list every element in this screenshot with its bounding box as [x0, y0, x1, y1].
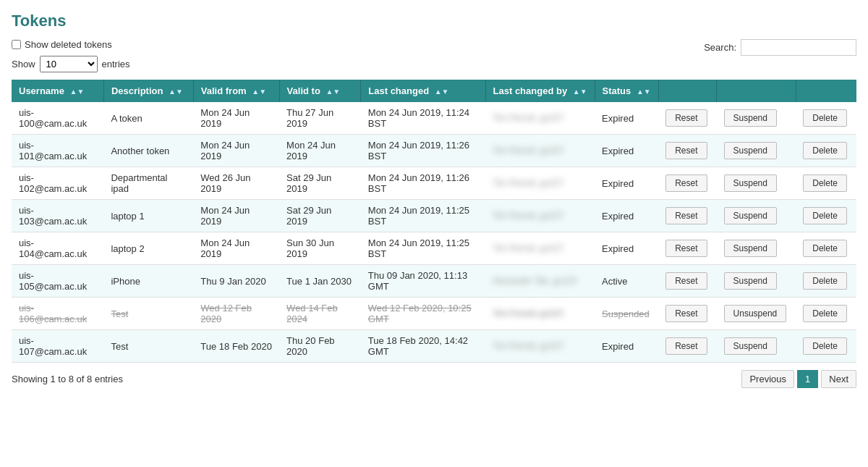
- action-btn-delete[interactable]: Delete: [803, 305, 847, 322]
- next-button[interactable]: Next: [821, 370, 856, 388]
- cell-description: Departmental ipad: [103, 167, 193, 200]
- cell-valid-from: Mon 24 Jun 2019: [193, 232, 279, 265]
- cell-status: Active: [595, 265, 658, 298]
- action-btn-reset[interactable]: Reset: [665, 240, 707, 257]
- action-btn-reset[interactable]: Reset: [665, 337, 707, 355]
- cell-status: Expired: [595, 200, 658, 232]
- cell-description: Test: [103, 298, 193, 330]
- sort-icon-status: ▲▼: [637, 88, 651, 96]
- showing-entries: Showing 1 to 8 of 8 entries: [12, 374, 123, 384]
- show-label: Show: [12, 59, 35, 70]
- action-cell: Reset: [658, 330, 716, 363]
- action-btn-delete[interactable]: Delete: [803, 240, 847, 257]
- cell-description: Another token: [103, 135, 193, 167]
- cell-last-changed: Mon 24 Jun 2019, 11:25 BST: [361, 232, 485, 265]
- cell-valid-to: Mon 24 Jun 2019: [279, 135, 361, 167]
- action-btn-reset[interactable]: Reset: [665, 174, 707, 192]
- cell-username: uis-105@cam.ac.uk: [12, 265, 103, 298]
- action-btn-unsuspend[interactable]: Unsuspend: [724, 305, 787, 322]
- action-btn-reset[interactable]: Reset: [665, 207, 707, 224]
- action-btn-reset[interactable]: Reset: [665, 305, 707, 322]
- col-action3: [796, 80, 856, 102]
- cell-status: Suspended: [595, 298, 658, 330]
- action-btn-suspend[interactable]: Suspend: [724, 207, 777, 224]
- sort-icon-description: ▲▼: [169, 88, 183, 96]
- action-cell: Delete: [796, 330, 856, 363]
- sort-icon-username: ▲▼: [69, 88, 84, 96]
- show-deleted-checkbox-label[interactable]: Show deleted tokens: [12, 39, 112, 50]
- cell-description: laptop 1: [103, 200, 193, 232]
- table-row: uis-107@cam.ac.ukTestTue 18 Feb 2020Thu …: [12, 330, 856, 363]
- cell-username: uis-102@cam.ac.uk: [12, 167, 103, 200]
- action-cell: Reset: [658, 265, 716, 298]
- cell-last-changed: Tue 18 Feb 2020, 14:42 GMT: [361, 330, 485, 363]
- cell-status: Expired: [595, 102, 658, 135]
- cell-status: Expired: [595, 167, 658, 200]
- action-btn-reset[interactable]: Reset: [665, 142, 707, 159]
- previous-button[interactable]: Previous: [741, 370, 794, 388]
- cell-username: uis-104@cam.ac.uk: [12, 232, 103, 265]
- action-cell: Suspend: [717, 135, 796, 167]
- cell-last-changed: Mon 24 Jun 2019, 11:25 BST: [361, 200, 485, 232]
- cell-valid-to: Sat 29 Jun 2019: [279, 167, 361, 200]
- cell-last-changed-by: Tim Perrott, gv227: [485, 298, 595, 330]
- action-btn-suspend[interactable]: Suspend: [724, 337, 777, 355]
- cell-valid-from: Mon 24 Jun 2019: [193, 200, 279, 232]
- action-btn-delete[interactable]: Delete: [803, 272, 847, 290]
- sort-icon-last-changed-by: ▲▼: [573, 88, 587, 96]
- show-deleted-checkbox[interactable]: [12, 40, 21, 49]
- col-status[interactable]: Status ▲▼: [595, 80, 658, 102]
- action-btn-suspend[interactable]: Suspend: [724, 142, 777, 159]
- table-row: uis-103@cam.ac.uklaptop 1Mon 24 Jun 2019…: [12, 200, 856, 232]
- current-page: 1: [797, 370, 818, 388]
- action-cell: Suspend: [717, 200, 796, 232]
- col-valid-to[interactable]: Valid to ▲▼: [279, 80, 361, 102]
- action-btn-delete[interactable]: Delete: [803, 337, 847, 355]
- show-deleted-label: Show deleted tokens: [25, 39, 112, 50]
- cell-valid-to: Wed 14 Feb 2024: [279, 298, 361, 330]
- cell-last-changed-by: Tim Perrott, gv227: [485, 102, 595, 135]
- cell-valid-to: Tue 1 Jan 2030: [279, 265, 361, 298]
- action-btn-suspend[interactable]: Suspend: [724, 174, 777, 192]
- entries-select[interactable]: 10 25 50 100: [40, 56, 98, 72]
- tokens-table: Username ▲▼ Description ▲▼ Valid from ▲▼…: [12, 80, 856, 363]
- action-btn-delete[interactable]: Delete: [803, 142, 847, 159]
- col-description[interactable]: Description ▲▼: [103, 80, 193, 102]
- action-btn-delete[interactable]: Delete: [803, 207, 847, 224]
- action-cell: Delete: [796, 298, 856, 330]
- action-btn-reset[interactable]: Reset: [665, 109, 707, 127]
- table-header-row: Username ▲▼ Description ▲▼ Valid from ▲▼…: [12, 80, 856, 102]
- cell-username: uis-103@cam.ac.uk: [12, 200, 103, 232]
- cell-valid-to: Thu 27 Jun 2019: [279, 102, 361, 135]
- cell-valid-to: Sun 30 Jun 2019: [279, 232, 361, 265]
- cell-username: uis-101@cam.ac.uk: [12, 135, 103, 167]
- action-cell: Reset: [658, 135, 716, 167]
- table-row: uis-106@cam.ac.ukTestWed 12 Feb 2020Wed …: [12, 298, 856, 330]
- cell-last-changed-by: Tim Perrott, gv227: [485, 135, 595, 167]
- cell-last-changed: Mon 24 Jun 2019, 11:24 BST: [361, 102, 485, 135]
- col-last-changed[interactable]: Last changed ▲▼: [361, 80, 485, 102]
- cell-last-changed-by: Tim Perrott, gv227: [485, 200, 595, 232]
- cell-valid-from: Tue 18 Feb 2020: [193, 330, 279, 363]
- action-btn-reset[interactable]: Reset: [665, 272, 707, 290]
- cell-last-changed-by: Tim Perrott, gv227: [485, 167, 595, 200]
- col-username[interactable]: Username ▲▼: [12, 80, 103, 102]
- cell-description: laptop 2: [103, 232, 193, 265]
- cell-description: iPhone: [103, 265, 193, 298]
- action-btn-delete[interactable]: Delete: [803, 174, 847, 192]
- action-btn-suspend[interactable]: Suspend: [724, 272, 777, 290]
- action-cell: Delete: [796, 135, 856, 167]
- action-btn-suspend[interactable]: Suspend: [724, 240, 777, 257]
- col-last-changed-by[interactable]: Last changed by ▲▼: [485, 80, 595, 102]
- action-cell: Delete: [796, 232, 856, 265]
- cell-last-changed-by: Tim Perrott, gv227: [485, 330, 595, 363]
- col-valid-from[interactable]: Valid from ▲▼: [193, 80, 279, 102]
- action-btn-delete[interactable]: Delete: [803, 109, 847, 127]
- cell-valid-from: Wed 12 Feb 2020: [193, 298, 279, 330]
- search-input[interactable]: [741, 39, 856, 56]
- action-cell: Reset: [658, 167, 716, 200]
- action-cell: Suspend: [717, 232, 796, 265]
- col-action2: [717, 80, 796, 102]
- entries-label: entries: [102, 59, 130, 70]
- action-btn-suspend[interactable]: Suspend: [724, 109, 777, 127]
